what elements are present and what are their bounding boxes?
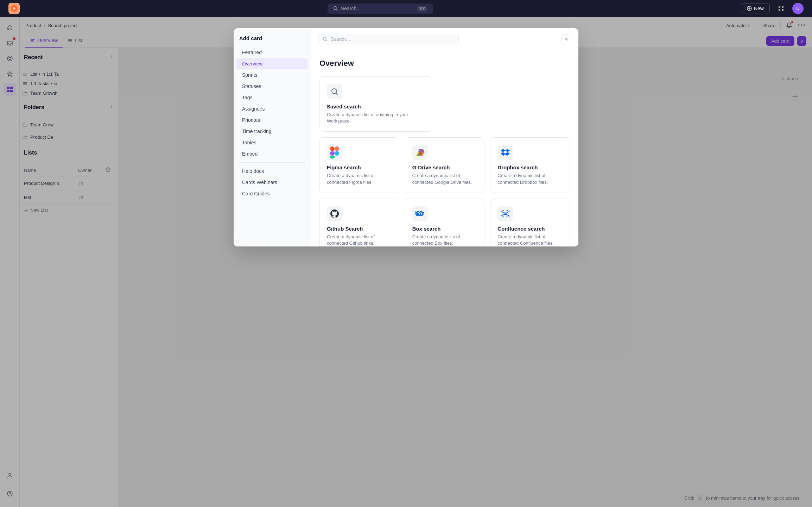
add-card-modal: Add card Featured Overview Sprints Statu… [234,28,578,246]
modal-search-icon [323,37,328,42]
user-avatar[interactable]: U [792,3,804,14]
modal-nav-overview[interactable]: Overview [236,58,308,69]
grid-menu-icon[interactable] [775,3,787,14]
global-search[interactable]: Search... ⌘K [328,4,433,14]
modal-search-input[interactable]: Search... [318,34,459,44]
svg-rect-37 [330,156,335,158]
close-icon: × [565,36,569,43]
saved-search-icon [327,84,342,99]
modal-nav-card-guides[interactable]: Card Guides [236,188,308,199]
avatar-initials: U [792,3,804,14]
box-search-desc: Create a dynamic list of connected Box f… [412,234,477,246]
search-cards-row-2: Github Search Create a dynamic list of c… [319,199,570,246]
dropbox-search-card[interactable]: Dropbox search Create a dynamic list of … [490,137,570,193]
svg-text:box: box [415,211,424,216]
box-search-card[interactable]: box Box search Create a dynamic list of … [405,199,485,246]
gdrive-search-name: G-Drive search [412,164,477,170]
gdrive-icon [412,145,428,160]
github-search-desc: Create a dynamic list of connected Githu… [327,234,392,246]
box-icon: box [412,206,428,221]
app-logo[interactable] [8,3,20,14]
figma-search-name: Figma search [327,164,392,170]
github-search-name: Github Search [327,226,392,232]
confluence-search-desc: Create a dynamic list of connected Confl… [497,234,563,246]
figma-search-card[interactable]: Figma search Create a dynamic list of co… [319,137,399,193]
search-icon [333,6,338,11]
modal-section-title: Overview [319,59,570,68]
github-search-card[interactable]: Github Search Create a dynamic list of c… [319,199,399,246]
dropbox-icon [497,145,513,160]
plus-icon [747,6,752,11]
modal-close-button[interactable]: × [562,34,571,44]
modal-nav-help-docs[interactable]: Help docs [236,165,308,177]
search-shortcut: ⌘K [417,6,427,12]
modal-nav-time-tracking[interactable]: Time tracking [236,126,308,137]
modal-nav-cards-webinars[interactable]: Cards Webinars [236,177,308,188]
gdrive-search-desc: Create a dynamic list of connected Googl… [412,173,477,185]
svg-rect-36 [330,151,335,156]
svg-rect-4 [782,6,784,8]
modal-content-area: Overview Saved search Create a dynamic l… [311,50,578,246]
confluence-search-name: Confluence search [497,226,563,232]
svg-point-40 [504,212,507,215]
modal-nav-priorites[interactable]: Priorites [236,114,308,126]
saved-search-name: Saved search [327,104,425,109]
modal-nav-assignees[interactable]: Assignees [236,103,308,114]
new-button[interactable]: New [741,4,770,13]
figma-icon [327,145,342,160]
confluence-icon [497,206,513,221]
github-icon [327,206,342,221]
modal-nav-featured[interactable]: Featured [236,47,308,58]
modal-title: Add card [234,34,311,47]
modal-nav-divider [239,162,305,163]
modal-nav-tags[interactable]: Tags [236,92,308,103]
modal-right-content: Search... × Overview Saved search Create… [311,28,578,246]
svg-rect-34 [330,146,335,151]
confluence-search-card[interactable]: Confluence search Create a dynamic list … [490,199,570,246]
svg-rect-35 [335,146,339,151]
saved-search-desc: Create a dynamic list of anything in you… [327,112,425,124]
modal-search-placeholder: Search... [330,36,350,42]
box-search-name: Box search [412,226,477,232]
svg-rect-3 [779,6,780,8]
saved-search-card[interactable]: Saved search Create a dynamic list of an… [319,76,432,132]
svg-rect-6 [782,9,784,11]
svg-point-38 [335,151,339,156]
gdrive-search-card[interactable]: G-Drive search Create a dynamic list of … [405,137,485,193]
modal-nav-embed[interactable]: Embed [236,148,308,159]
dropbox-search-name: Dropbox search [497,164,563,170]
figma-search-desc: Create a dynamic list of connected Figma… [327,173,392,185]
dropbox-search-desc: Create a dynamic list of connected Dropb… [497,173,563,185]
modal-nav-sprints[interactable]: Sprints [236,69,308,81]
modal-right-header: Search... × [311,28,578,50]
search-placeholder: Search... [341,6,361,11]
topbar: Search... ⌘K New U [0,0,812,17]
search-card-icon [331,88,338,95]
modal-nav-tables[interactable]: Tables [236,137,308,148]
svg-rect-5 [779,9,780,11]
modal-nav-statuses[interactable]: Statuses [236,81,308,92]
topbar-right: New U [741,3,804,14]
search-cards-row-1: Figma search Create a dynamic list of co… [319,137,570,193]
modal-left-nav: Add card Featured Overview Sprints Statu… [234,28,311,246]
